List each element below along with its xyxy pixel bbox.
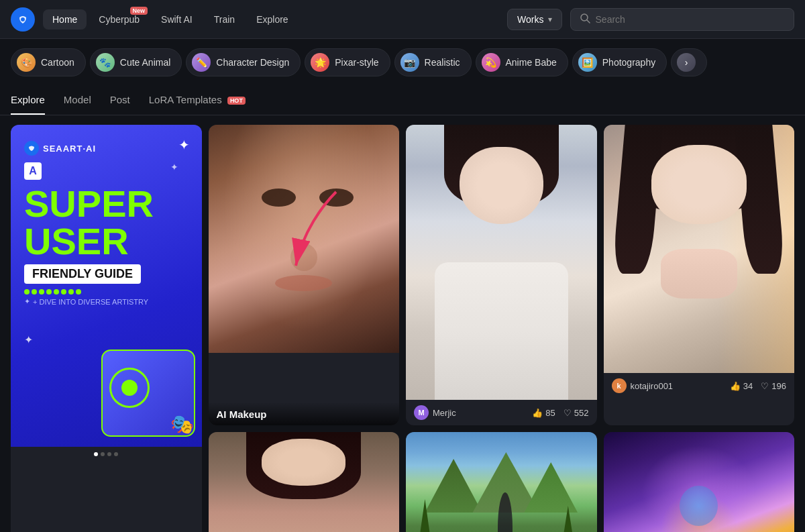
- hot-badge: HOT: [227, 97, 246, 105]
- like-count-kotajiro: 👍 34: [730, 381, 753, 391]
- category-photography[interactable]: 🖼️ Photography: [572, 48, 667, 76]
- subnav-lora-templates[interactable]: LoRA Templates HOT: [149, 86, 246, 115]
- super-text: SUPER: [24, 185, 154, 223]
- seaart-logo: SEAART·AI: [24, 141, 96, 156]
- user-text: USER: [24, 223, 129, 260]
- machine-illustration: 🎭: [101, 350, 195, 437]
- card-user-merjic: M Merjic: [414, 405, 456, 420]
- like-icon-k: 👍: [730, 381, 741, 391]
- like-icon: 👍: [532, 408, 543, 418]
- nav-swift-ai[interactable]: Swift AI: [152, 9, 202, 30]
- category-realistic[interactable]: 📷 Realistic: [394, 48, 472, 76]
- svg-point-1: [21, 17, 25, 21]
- ai-makeup-label: AI Makeup: [209, 402, 400, 425]
- search-bar: [570, 8, 794, 31]
- nav-explore[interactable]: Explore: [247, 9, 297, 30]
- card-stats-kotajiro: 👍 34 ♡ 196: [730, 381, 786, 391]
- guide-subtitle: ✦ + DIVE INTO DIVERSE ARTISTRY: [24, 297, 148, 306]
- sparkle-icon: ✦: [24, 333, 33, 346]
- category-bar: 🎨 Cartoon 🐾 Cute Animal ✏️ Character Des…: [0, 39, 805, 86]
- svg-line-3: [587, 20, 590, 23]
- category-cartoon[interactable]: 🎨 Cartoon: [11, 48, 86, 76]
- works-dropdown[interactable]: Works ▾: [507, 9, 561, 30]
- subnav-model[interactable]: Model: [64, 86, 91, 115]
- star-decoration: ✦: [178, 137, 190, 153]
- card-asian-girl[interactable]: k kotajiro001 👍 34 ♡ 196: [604, 125, 795, 425]
- guide-label: FRIENDLY GUIDE: [24, 264, 141, 284]
- cyberpub-badge: New: [130, 7, 148, 15]
- search-icon: [580, 13, 590, 25]
- category-more[interactable]: ›: [671, 48, 707, 76]
- card-footer-kotajiro: k kotajiro001 👍 34 ♡ 196: [604, 373, 795, 398]
- card-girl-sweater[interactable]: M Merjic 👍 85 ♡ 552: [406, 125, 597, 425]
- card-ai-makeup[interactable]: AI Makeup: [209, 125, 400, 425]
- card-user-kotajiro: k kotajiro001: [612, 378, 674, 393]
- app-logo[interactable]: [11, 7, 35, 32]
- card-stats-merjic: 👍 85 ♡ 552: [532, 408, 588, 418]
- star-small: ✦: [170, 162, 178, 172]
- carousel-dots: [11, 447, 202, 462]
- heart-icon: ♡: [564, 408, 572, 418]
- dots-row: [24, 289, 81, 295]
- nav-cyberpub[interactable]: Cyberpub New: [89, 9, 149, 30]
- navbar: Home Cyberpub New Swift AI Train Explore…: [0, 0, 805, 39]
- category-cute-animal[interactable]: 🐾 Cute Animal: [90, 48, 182, 76]
- user-avatar-kotajiro: k: [612, 378, 627, 393]
- card-landscape[interactable]: [406, 432, 597, 532]
- chevron-down-icon: ▾: [548, 15, 552, 24]
- category-anime-babe[interactable]: 💫 Anime Babe: [476, 48, 568, 76]
- subnav-explore[interactable]: Explore: [11, 86, 45, 115]
- user-avatar-merjic: M: [414, 405, 429, 420]
- heart-icon-k: ♡: [761, 381, 769, 391]
- search-input[interactable]: [596, 14, 784, 25]
- card-super-user-guide[interactable]: SEAART·AI ✦ ✦ A SUPER USER FRIENDLY GUID…: [11, 125, 202, 532]
- category-pixar-style[interactable]: 🌟 Pixar-style: [305, 48, 390, 76]
- card-footer-merjic: M Merjic 👍 85 ♡ 552: [406, 400, 597, 425]
- card-fantasy[interactable]: [604, 432, 795, 532]
- nav-train[interactable]: Train: [205, 9, 244, 30]
- category-character-design[interactable]: ✏️ Character Design: [186, 48, 301, 76]
- heart-count: ♡ 552: [564, 408, 589, 418]
- a-badge: A: [24, 162, 42, 180]
- card-small-portrait[interactable]: [209, 432, 400, 532]
- sub-nav: Explore Model Post LoRA Templates HOT: [0, 86, 805, 115]
- like-count: 👍 85: [532, 408, 555, 418]
- subnav-post[interactable]: Post: [110, 86, 130, 115]
- nav-home[interactable]: Home: [43, 9, 87, 30]
- heart-count-kotajiro: ♡ 196: [761, 381, 786, 391]
